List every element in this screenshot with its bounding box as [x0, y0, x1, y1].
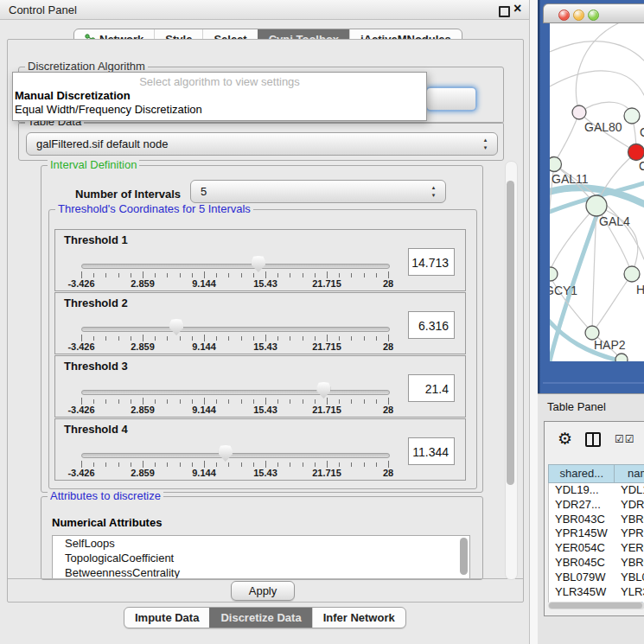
- panel-splitter[interactable]: [530, 0, 538, 644]
- table-row[interactable]: YDR27...YDR2: [549, 498, 644, 513]
- table-row[interactable]: YER054CYER0: [549, 541, 644, 556]
- tick-label: 15.43: [253, 341, 277, 352]
- table-cell: YLR345W: [549, 585, 615, 600]
- slider-thumb[interactable]: [316, 382, 330, 399]
- column-header-name[interactable]: name: [614, 464, 644, 483]
- select-columns-icon[interactable]: ☑☑: [615, 433, 635, 445]
- node-gal80[interactable]: [572, 105, 586, 119]
- network-graph: GAL80GCGAL11GAL4GCY1HHAP2: [550, 23, 644, 361]
- tick-mark: [290, 399, 290, 404]
- table-row[interactable]: YDL19...YDL1: [549, 483, 644, 498]
- numerical-attributes-list[interactable]: SelfLoopsTopologicalCoefficientBetweenne…: [52, 535, 470, 580]
- threshold-value-field[interactable]: 6.316: [408, 311, 455, 339]
- threshold-value-field[interactable]: 14.713: [408, 248, 455, 276]
- gear-icon[interactable]: ⚙: [558, 430, 572, 449]
- network-window-titlebar[interactable]: [543, 3, 644, 23]
- tick-mark: [351, 462, 352, 467]
- table-hscrollbar[interactable]: [548, 602, 644, 609]
- algorithm-hint: Select algorithm to view settings: [13, 75, 426, 88]
- minimize-light[interactable]: [573, 10, 584, 21]
- slider-track[interactable]: [81, 453, 390, 458]
- algorithm-combobox[interactable]: [425, 86, 477, 112]
- table-cell: YER054C: [549, 541, 615, 556]
- slider-thumb[interactable]: [252, 256, 265, 272]
- tick-mark: [277, 462, 278, 467]
- tick-mark: [376, 462, 377, 467]
- tick-label: 21.715: [312, 341, 341, 352]
- threshold-label: Threshold 2: [64, 296, 128, 309]
- panel-scrollbar-thumb[interactable]: [507, 181, 514, 485]
- slider-thumb[interactable]: [169, 319, 183, 335]
- tick-label: 28: [383, 341, 393, 352]
- node-top-right[interactable]: [624, 108, 640, 124]
- network-canvas[interactable]: GAL80GCGAL11GAL4GCY1HHAP2: [550, 23, 644, 361]
- slider-tick-labels: -3.4262.8599.14415.4321.71528: [81, 341, 388, 352]
- float-window-icon[interactable]: [499, 6, 510, 17]
- tick-mark: [277, 273, 278, 277]
- list-scrollbar[interactable]: [460, 538, 468, 575]
- node-label: GAL4: [599, 214, 630, 228]
- node-gal4[interactable]: [586, 195, 607, 216]
- tick-mark: [155, 462, 156, 467]
- network-edge[interactable]: [550, 41, 644, 61]
- slider-thumb[interactable]: [219, 445, 233, 462]
- slider-track[interactable]: [81, 390, 390, 395]
- tick-mark: [327, 461, 328, 468]
- network-edge[interactable]: [592, 274, 632, 333]
- threshold-value-field[interactable]: 11.344: [408, 437, 455, 465]
- number-of-intervals-combobox[interactable]: 5 ▴▾: [190, 180, 446, 203]
- option-equal-width-frequency[interactable]: Equal Width/Frequency Discretization: [15, 103, 202, 116]
- node-h[interactable]: [624, 266, 640, 282]
- panel-scrollbar[interactable]: [505, 161, 518, 580]
- bottom-tab-discretize-data[interactable]: Discretize Data: [209, 608, 311, 628]
- close-icon[interactable]: ×: [513, 1, 521, 16]
- apply-button[interactable]: Apply: [231, 581, 295, 601]
- node-gcy1[interactable]: [550, 267, 558, 281]
- network-edge[interactable]: [576, 23, 618, 112]
- attribute-item[interactable]: TopologicalCoefficient: [53, 551, 469, 565]
- interval-definition-label: Interval Definition: [48, 159, 139, 171]
- bottom-tab-infer-network[interactable]: Infer Network: [312, 608, 405, 628]
- bottom-tab-label: Discretize Data: [220, 611, 301, 624]
- tick-label: 28: [383, 405, 393, 415]
- node-label: GCY1: [550, 284, 577, 297]
- option-manual-discretization[interactable]: Manual Discretization: [15, 89, 131, 102]
- table-hscrollbar-thumb[interactable]: [549, 603, 642, 609]
- tick-mark: [180, 399, 181, 404]
- table-row[interactable]: YLR345WYLR3: [549, 585, 644, 600]
- node-bottom[interactable]: [615, 354, 628, 361]
- table-data-combobox[interactable]: galFiltered.sif default node ▴▾: [26, 132, 498, 156]
- network-edge[interactable]: [550, 71, 644, 95]
- table-row[interactable]: YBR045CYBR0: [549, 556, 644, 571]
- stepper-arrows-icon: ▴▾: [430, 183, 437, 199]
- zoom-light[interactable]: [588, 10, 599, 21]
- tick-mark: [327, 271, 328, 278]
- number-of-intervals-value: 5: [201, 181, 207, 202]
- slider-track[interactable]: [81, 327, 390, 332]
- node-label: GAL80: [584, 120, 622, 134]
- table-row[interactable]: YBL079WYBL0: [549, 571, 644, 585]
- discretization-algorithm-label: Discretization Algorithm: [25, 61, 148, 73]
- split-pane-icon[interactable]: [585, 432, 601, 447]
- attribute-item[interactable]: SelfLoops: [53, 536, 469, 551]
- tick-mark: [93, 399, 94, 404]
- table-row[interactable]: YPR145WYPR1: [549, 526, 644, 541]
- column-header-shared[interactable]: shared...: [548, 464, 614, 483]
- table-row[interactable]: YBR043CYBR0: [549, 513, 644, 527]
- table-panel-box: ⚙ ☑☑ shared...name YDL19...YDL1YDR27...Y…: [544, 421, 644, 616]
- bottom-tab-impute-data[interactable]: Impute Data: [124, 608, 209, 628]
- tick-mark: [105, 336, 106, 341]
- threshold-value-field[interactable]: 21.4: [408, 374, 455, 402]
- tick-mark: [253, 462, 254, 467]
- tick-mark: [388, 271, 389, 278]
- tick-mark: [339, 336, 340, 341]
- tick-mark: [167, 273, 168, 277]
- network-edge[interactable]: [554, 112, 579, 164]
- node-selected-red[interactable]: [628, 144, 644, 161]
- close-light[interactable]: [558, 10, 570, 21]
- tick-label: 2.859: [131, 278, 155, 289]
- bottom-tabbar: Impute DataDiscretize DataInfer Network: [124, 607, 406, 628]
- slider-track[interactable]: [81, 264, 390, 269]
- tick-label: 15.43: [253, 468, 277, 478]
- node-gal11[interactable]: [550, 157, 562, 172]
